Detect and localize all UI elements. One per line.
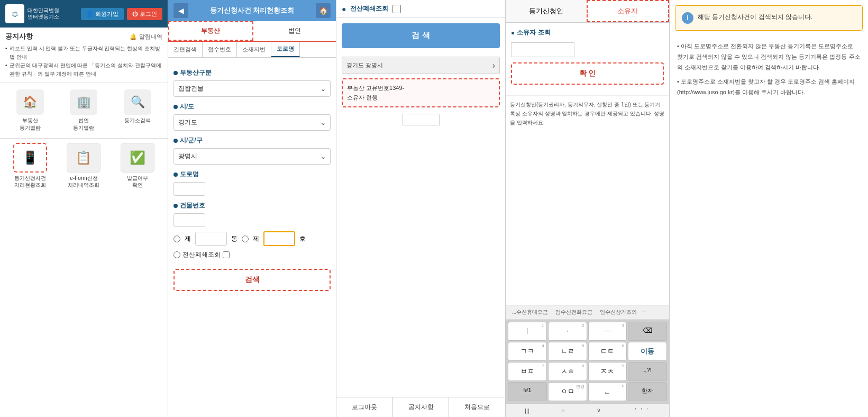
sido-dropdown[interactable]: 경기도 ⌄ [173,114,331,131]
closed-top-checkbox[interactable] [392,5,401,13]
notice-button[interactable]: 공지사항 [393,397,450,417]
main-tab-row: 부동산 법인 [168,21,336,42]
home-button[interactable]: 🏠 [316,3,331,18]
tab-registrant[interactable]: 등기신청인 [506,0,587,22]
keyboard-grid: 1ㅣ 2· 3— ⌫ 4ㄱㅋ 5ㄴㄹ 6ㄷㅌ 이동 7ㅂㅍ [506,320,669,403]
eform-icon: 📋 [67,143,100,173]
sub-tab-row: 간편검색 접수번호 소재지번 도로명 [168,42,336,58]
sub-tab-receipt[interactable]: 접수번호 [203,42,237,57]
registry-search-icon: 🔍 [124,89,151,115]
search-button[interactable]: 검색 [173,269,331,291]
bottom-menu-icon[interactable]: ||| [525,407,529,414]
case-status-icon-item[interactable]: 📱 등기신청사건처리현황조회 [5,143,55,188]
closed-checkbox-row: 전산폐쇄조회 [173,250,331,259]
key-5[interactable]: 5ㄴㄹ [548,342,587,361]
road-input-row [173,182,331,196]
notice-list: 키보드 입력 시 입력 불가 또는 두글자씩 입력되는 현상의 조치방법 안내 … [5,44,162,78]
bottom-home-icon[interactable]: ○ [561,407,565,414]
key-move[interactable]: 이동 [628,342,667,361]
key-3[interactable]: 3— [588,322,627,341]
bullet-icon: ● [511,29,515,37]
notice-item[interactable]: 키보드 입력 시 입력 불가 또는 두글자씩 입력되는 현상의 조치방법 안내 [5,44,162,61]
notice-title: 공지사항 [5,32,33,41]
sub-tab-address[interactable]: 소재지번 [237,42,271,57]
tab-corporation[interactable]: 법인 [253,21,336,41]
key-delete[interactable]: ⌫ [628,322,667,341]
key-special[interactable]: !#1 [508,382,547,401]
main-search-button[interactable]: 검 색 [342,23,500,48]
owner-section-label: ● 소유자 조회 [511,28,664,37]
notice-item[interactable]: 군위군의 대구광역시 편입에 따른 「등기소의 설치와 관할구역에 관한 규칙」… [5,61,162,78]
tab-owner[interactable]: 소유자 [587,0,670,22]
bell-icon: 🔔 [130,33,137,40]
issuance-icon: ✅ [121,143,154,173]
key-punct[interactable]: .,?! [628,362,667,381]
logout-button[interactable]: 로그아웃 [336,397,393,417]
address-display: 경기도 광명시 › [342,57,500,74]
service-icon-grid: 📱 등기신청사건처리현황조회 📋 e-Form신청처리내역조회 ✅ 발급여부확인 [0,139,168,193]
login-button[interactable]: ⏻ 로그인 [127,8,162,20]
bottom-back-icon[interactable]: ∨ [597,407,601,414]
section-dot [173,71,178,75]
closed-checkbox[interactable] [223,251,230,258]
home-bottom-button[interactable]: 처음으로 [449,397,505,417]
section-dot [173,173,178,177]
building-number-input[interactable] [173,213,205,227]
notice-section: 공지사항 🔔 알림내역 키보드 입력 시 입력 불가 또는 두글자씩 입력되는 … [0,28,168,83]
real-estate-label: 부동산등기열람 [20,117,41,132]
closed-radio[interactable] [173,251,180,258]
key-0[interactable]: 0⎵ [588,382,627,401]
key-7[interactable]: 7ㅂㅍ [508,362,547,381]
floor2-radio[interactable] [242,235,249,242]
toolbar-dots[interactable]: ... [642,307,646,317]
logo-area: ⚖️ 대한민국법원 인터넷등기소 [5,4,59,23]
real-estate-icon-item[interactable]: 🏠 부동산등기열람 [5,89,55,132]
case-status-label: 등기신청사건처리현황조회 [14,175,46,188]
sigungu-dropdown[interactable]: 광명시 ⌄ [173,148,331,165]
back-button[interactable]: ◀ [173,3,188,18]
section-dot [173,105,178,109]
center-input[interactable] [403,114,440,125]
toolbar-item-3[interactable]: 임수신삼가조의 [598,307,639,317]
key-hanja[interactable]: 한자 [628,382,667,401]
building-type-dropdown[interactable]: 집합건물 ⌄ [173,80,331,97]
owner-name-input[interactable] [511,42,574,57]
key-2[interactable]: 2· [548,322,587,341]
road-input[interactable] [173,182,205,196]
floor-radio[interactable] [173,235,180,242]
toolbar-item-1[interactable]: ...수신휴대요금 [510,307,550,317]
bottom-button-row: 로그아웃 공지사항 처음으로 [336,397,505,417]
key-9[interactable]: 9ㅈㅊ [588,362,627,381]
app-header: ⚖️ 대한민국법원 인터넷등기소 👤 회원가입 ⏻ 로그인 [0,0,168,28]
registry-search-label: 등기소검색 [124,117,151,124]
dot-icon: ● [342,5,346,13]
key-hangul[interactable]: 한영ㅇㅁ [548,382,587,401]
chevron-down-icon: ⌄ [321,85,326,93]
ho-input[interactable] [263,231,295,246]
key-4[interactable]: 4ㄱㅋ [508,342,547,361]
left-sidebar: ⚖️ 대한민국법원 인터넷등기소 👤 회원가입 ⏻ 로그인 공지사항 🔔 알림내… [0,0,168,417]
eform-icon-item[interactable]: 📋 e-Form신청처리내역조회 [59,143,109,188]
result-area: 검 색 경기도 광명시 › 부동산 고유번호1349- 소유자 현행 [336,18,505,397]
info-icon: i [682,12,693,24]
key-6[interactable]: 6ㄷㅌ [588,342,627,361]
owner-section: ● 소유자 조회 확 인 [506,23,669,95]
alert-button[interactable]: 🔔 알림내역 [130,33,162,41]
bottom-app-icon[interactable]: ⋮⋮⋮ [633,407,650,414]
issuance-icon-item[interactable]: ✅ 발급여부확인 [113,143,162,188]
tab-real-estate[interactable]: 부동산 [168,21,253,41]
sub-tab-road[interactable]: 도로명 [271,42,300,57]
key-1[interactable]: 1ㅣ [508,322,547,341]
floor-input[interactable] [195,232,227,246]
key-8[interactable]: 8ㅅㅎ [548,362,587,381]
member-join-button[interactable]: 👤 회원가입 [81,8,124,20]
sub-tab-simple[interactable]: 간편검색 [168,42,203,57]
center-panel: ● 전산폐쇄조회 검 색 경기도 광명시 › 부동산 고유번호1349- 소유자… [336,0,506,417]
real-estate-type-label: 부동산구분 [173,68,331,77]
info-panel: i 해당 등기신청사건이 검색되지 않습니다. • 아직 도로명주소로 전환되지… [670,0,868,417]
toolbar-item-2[interactable]: 임수신전화요금 [553,307,595,317]
corporation-icon-item[interactable]: 🏢 법인등기열람 [59,89,109,132]
result-line1: 부동산 고유번호1349- [347,84,495,93]
registry-search-icon-item[interactable]: 🔍 등기소검색 [113,89,162,132]
confirm-button[interactable]: 확 인 [511,62,664,85]
